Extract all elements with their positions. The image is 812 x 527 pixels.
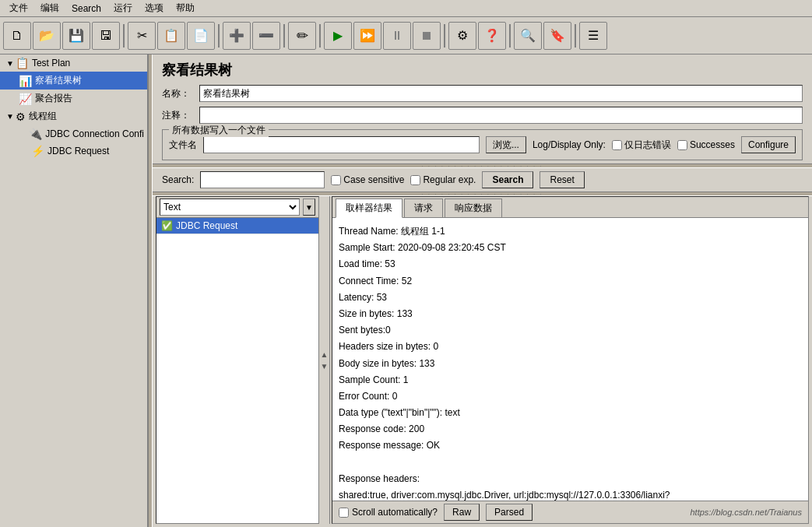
sidebar-item-testplan[interactable]: ▼ 📋 Test Plan xyxy=(0,54,147,72)
sidebar-item-label-jdbc-connection: JDBC Connection Confi xyxy=(45,128,144,139)
toolbar-sep-5 xyxy=(444,24,445,47)
errors-checkbox-label[interactable]: 仅日志错误 xyxy=(612,139,671,152)
tabs-bar: 取样器结果 请求 响应数据 xyxy=(332,197,808,218)
sidebar-item-aggregatereport[interactable]: 📈 聚合报告 xyxy=(0,90,147,107)
regex-text: Regular exp. xyxy=(423,174,476,185)
menu-bar: 文件 编辑 Search 运行 选项 帮助 xyxy=(0,0,812,17)
toolbar-settings-btn[interactable]: ⚙ xyxy=(448,22,476,50)
comment-label: 注释： xyxy=(162,109,193,122)
sidebar-item-jdbc-connection[interactable]: 🔌 JDBC Connection Confi xyxy=(0,125,147,142)
raw-button[interactable]: Raw xyxy=(444,504,480,521)
toolbar-run-btn[interactable]: ▶ xyxy=(324,22,352,50)
configure-button[interactable]: Configure xyxy=(741,136,796,153)
regex-checkbox[interactable] xyxy=(410,175,420,185)
toolbar-open-btn[interactable]: 📂 xyxy=(33,22,61,50)
toolbar-edit-btn[interactable]: ✏ xyxy=(288,22,316,50)
errors-checkbox[interactable] xyxy=(612,140,622,150)
search-button[interactable]: Search xyxy=(482,171,533,188)
tab-response-data[interactable]: 响应数据 xyxy=(445,199,502,217)
sidebar: ▼ 📋 Test Plan 📊 察看结果树 📈 聚合报告 ▼ ⚙ 线程组 🔌 J… xyxy=(0,54,148,527)
jdbc-connection-icon: 🔌 xyxy=(29,128,42,140)
toolbar-sep-7 xyxy=(575,24,576,47)
menu-edit[interactable]: 编辑 xyxy=(34,0,65,16)
result-item-label-jdbc: JDBC Request xyxy=(176,220,237,231)
menu-search[interactable]: Search xyxy=(65,2,107,16)
toolbar-stopall-btn[interactable]: ⏹ xyxy=(413,22,441,50)
search-bar: Search: Case sensitive Regular exp. Sear… xyxy=(153,168,812,191)
content-area: 察看结果树 名称： 注释： 所有数据写入一个文件 文件名 浏览... Log/D… xyxy=(153,54,812,527)
content-line-6: Size in bytes: 133 xyxy=(339,307,802,321)
content-line-4: Connect Time: 52 xyxy=(339,274,802,289)
content-line-15 xyxy=(339,455,802,470)
sidebar-item-resulttree[interactable]: 📊 察看结果树 xyxy=(0,72,147,90)
toolbar-paste-btn[interactable]: 📄 xyxy=(187,22,215,50)
scroll-auto-checkbox[interactable] xyxy=(339,508,349,518)
dropdown-arrow-btn[interactable]: ▼ xyxy=(303,199,315,216)
sidebar-item-jdbc-request[interactable]: ⚡ JDBC Request xyxy=(0,142,147,160)
toolbar-new-btn[interactable]: 🗋 xyxy=(3,22,31,50)
reset-button[interactable]: Reset xyxy=(540,171,584,188)
content-line-2: Sample Start: 2020-09-08 23:20:45 CST xyxy=(339,241,802,255)
toolbar-sep-6 xyxy=(509,24,511,47)
search-label: Search: xyxy=(162,174,194,185)
toolbar-copy-btn[interactable]: 📋 xyxy=(157,22,185,50)
comment-input[interactable] xyxy=(199,107,803,124)
name-input[interactable] xyxy=(199,85,803,102)
content-line-12: Data type ("text"|"bin"|""): text xyxy=(339,406,802,420)
sidebar-item-label-jdbc-request: JDBC Request xyxy=(47,146,109,156)
menu-run[interactable]: 运行 xyxy=(107,0,139,16)
content-line-14: Response message: OK xyxy=(339,438,802,453)
successes-checkbox[interactable] xyxy=(677,140,687,150)
tab-request[interactable]: 请求 xyxy=(404,199,443,217)
menu-options[interactable]: 选项 xyxy=(139,0,170,16)
sidebar-item-threadgroup[interactable]: ▼ ⚙ 线程组 xyxy=(0,107,147,125)
menu-help[interactable]: 帮助 xyxy=(170,0,201,16)
content-line-10: Sample Count: 1 xyxy=(339,373,802,388)
toolbar-runall-btn[interactable]: ⏩ xyxy=(353,22,381,50)
comment-row: 注释： xyxy=(153,104,812,126)
toolbar-help-btn[interactable]: ❓ xyxy=(478,22,506,50)
regex-label[interactable]: Regular exp. xyxy=(410,174,476,185)
left-side-arrow[interactable]: ▲ ▼ xyxy=(319,196,330,524)
results-panel: Text XML JSON HTML Regexp Tester ▼ ✅ JDB… xyxy=(156,196,809,524)
display-type-select[interactable]: Text XML JSON HTML Regexp Tester xyxy=(160,199,300,216)
successes-label: Successes xyxy=(690,139,735,150)
content-line-3: Load time: 53 xyxy=(339,257,802,272)
file-input[interactable] xyxy=(203,136,480,153)
arrow-up-icon: ▲ xyxy=(321,350,329,359)
sidebar-item-label-resulttree: 察看结果树 xyxy=(35,74,82,87)
toolbar-cut-btn[interactable]: ✂ xyxy=(128,22,156,50)
toolbar-more-btn[interactable]: ☰ xyxy=(579,22,607,50)
result-item-jdbc[interactable]: ✅ JDBC Request xyxy=(156,218,318,234)
search-input[interactable] xyxy=(200,171,325,188)
toolbar-save-btn[interactable]: 💾 xyxy=(62,22,90,50)
aggregatereport-icon: 📈 xyxy=(19,93,32,105)
tree-arrow-threadgroup: ▼ xyxy=(6,112,14,121)
watermark-text: https://blog.csdn.net/Traianus xyxy=(691,508,803,517)
toolbar-bookmark-btn[interactable]: 🔖 xyxy=(543,22,571,50)
parsed-button[interactable]: Parsed xyxy=(486,504,533,521)
left-pane: Text XML JSON HTML Regexp Tester ▼ ✅ JDB… xyxy=(156,196,319,524)
content-text: Thread Name: 线程组 1-1 Sample Start: 2020-… xyxy=(332,218,808,501)
bottom-bar: Scroll automatically? Raw Parsed https:/… xyxy=(332,501,808,523)
scroll-auto-label[interactable]: Scroll automatically? xyxy=(339,507,438,518)
case-sensitive-label[interactable]: Case sensitive xyxy=(331,174,404,185)
successes-checkbox-label[interactable]: Successes xyxy=(677,139,735,150)
main-layout: ▼ 📋 Test Plan 📊 察看结果树 📈 聚合报告 ▼ ⚙ 线程组 🔌 J… xyxy=(0,54,812,527)
file-section: 所有数据写入一个文件 文件名 浏览... Log/Display Only: 仅… xyxy=(162,129,803,160)
toolbar-stop-btn[interactable]: ⏸ xyxy=(383,22,411,50)
jdbc-request-icon: ⚡ xyxy=(31,145,44,157)
log-display-label: Log/Display Only: xyxy=(533,139,606,150)
content-line-16: Response headers: xyxy=(339,472,802,487)
toolbar-add-btn[interactable]: ➕ xyxy=(223,22,251,50)
toolbar-search-btn[interactable]: 🔍 xyxy=(514,22,542,50)
tab-sampler-results[interactable]: 取样器结果 xyxy=(336,199,402,218)
toolbar-sep-2 xyxy=(218,24,220,47)
sidebar-item-label-threadgroup: 线程组 xyxy=(29,110,57,123)
browse-button[interactable]: 浏览... xyxy=(486,136,526,153)
case-sensitive-checkbox[interactable] xyxy=(331,175,341,185)
file-label: 文件名 xyxy=(169,139,197,152)
toolbar-saveas-btn[interactable]: 🖫 xyxy=(92,22,120,50)
menu-file[interactable]: 文件 xyxy=(3,0,34,16)
toolbar-remove-btn[interactable]: ➖ xyxy=(252,22,280,50)
